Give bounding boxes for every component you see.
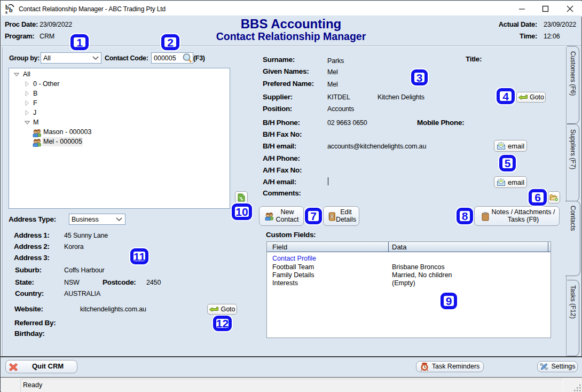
svg-text:s: s	[5, 9, 7, 15]
svg-text:b: b	[9, 6, 13, 14]
